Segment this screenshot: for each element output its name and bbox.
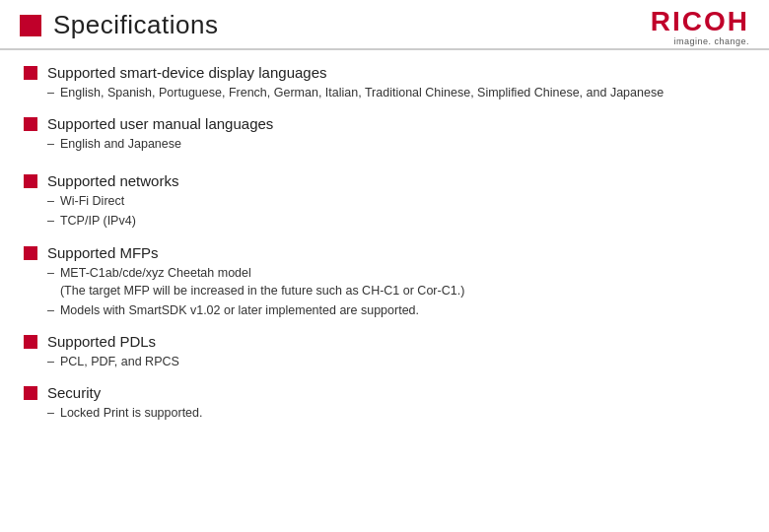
item-text: TCP/IP (IPv4) [60,212,745,230]
dash-icon: – [47,404,54,422]
item-text: MET-C1ab/cde/xyz Cheetah model(The targe… [60,264,745,299]
bullet-icon [24,174,37,188]
page-header: Specifications RICOH imagine. change. [0,0,769,50]
item-text: English, Spanish, Portuguese, French, Ge… [60,84,745,101]
bullet-icon [24,66,37,80]
item-text: English and Japanese [60,135,745,153]
page-title: Specifications [53,10,218,40]
bullet-icon [24,117,37,131]
section-security: Security – Locked Print is supported. [24,384,745,422]
dash-icon: – [47,135,54,153]
ricoh-logo: RICOH imagine. change. [651,8,749,46]
sub-items: – MET-C1ab/cde/xyz Cheetah model(The tar… [47,264,745,319]
section-manual-languages: Supported user manual languages – Englis… [24,115,745,153]
main-content: Supported smart-device display languages… [0,50,769,445]
section-header: Security [24,384,745,401]
section-header: Supported networks [24,172,745,189]
sub-items: – English, Spanish, Portuguese, French, … [47,84,745,101]
list-item: – TCP/IP (IPv4) [47,212,745,230]
list-item: – English and Japanese [47,135,745,153]
ricoh-tagline: imagine. change. [673,36,749,46]
section-mfps: Supported MFPs – MET-C1ab/cde/xyz Cheeta… [24,244,745,319]
list-item: – Models with SmartSDK v1.02 or later im… [47,301,745,319]
bullet-icon [24,246,37,260]
section-title: Supported networks [47,172,178,189]
list-item: – MET-C1ab/cde/xyz Cheetah model(The tar… [47,264,745,299]
section-header: Supported MFPs [24,244,745,261]
section-title: Supported smart-device display languages [47,64,327,81]
dash-icon: – [47,192,54,210]
item-text: Wi-Fi Direct [60,192,745,210]
list-item: – English, Spanish, Portuguese, French, … [47,84,745,101]
section-title: Supported PDLs [47,333,156,350]
dash-icon: – [47,301,54,319]
section-display-languages: Supported smart-device display languages… [24,64,745,101]
sub-items: – English and Japanese [47,135,745,153]
bullet-icon [24,386,37,400]
dash-icon: – [47,264,54,282]
item-text: Locked Print is supported. [60,404,745,422]
sub-items: – Wi-Fi Direct – TCP/IP (IPv4) [47,192,745,230]
header-icon [20,15,41,36]
item-text: PCL, PDF, and RPCS [60,353,745,370]
section-networks: Supported networks – Wi-Fi Direct – TCP/… [24,172,745,230]
item-text: Models with SmartSDK v1.02 or later impl… [60,301,745,319]
section-header: Supported user manual languages [24,115,745,132]
section-header: Supported smart-device display languages [24,64,745,81]
section-title: Supported user manual languages [47,115,273,132]
section-header: Supported PDLs [24,333,745,350]
ricoh-logo-text: RICOH [651,8,749,35]
dash-icon: – [47,212,54,230]
list-item: – PCL, PDF, and RPCS [47,353,745,370]
list-item: – Wi-Fi Direct [47,192,745,210]
sub-items: – PCL, PDF, and RPCS [47,353,745,370]
bullet-icon [24,335,37,349]
section-pdls: Supported PDLs – PCL, PDF, and RPCS [24,333,745,370]
dash-icon: – [47,84,54,101]
dash-icon: – [47,353,54,370]
section-title: Supported MFPs [47,244,159,261]
list-item: – Locked Print is supported. [47,404,745,422]
section-title: Security [47,384,101,401]
sub-items: – Locked Print is supported. [47,404,745,422]
